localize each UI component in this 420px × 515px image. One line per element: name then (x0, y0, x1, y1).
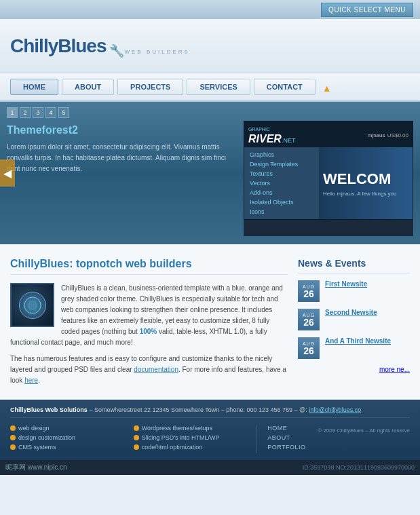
footer-dot-2 (10, 435, 16, 440)
news-item-2: AUG 26 Second Newsite (298, 309, 410, 330)
footer-address: Somewherestreet 22 12345 Somewhere Town (94, 406, 219, 413)
slider-prev-button[interactable]: ◀ (0, 159, 15, 187)
watermark-site: 昵享网 www.nipic.cn (5, 463, 67, 472)
news-date-3: AUG 26 (298, 337, 320, 359)
slider-content: Themeforest2 Lorem ipsum dolor sit amet,… (0, 121, 420, 236)
slider-tab-1[interactable]: 1 (7, 107, 18, 118)
here-link[interactable]: here (24, 377, 38, 384)
gr-menu-isolated[interactable]: Isolated Objects (244, 197, 319, 207)
slider-text-area: Themeforest2 Lorem ipsum dolor sit amet,… (7, 121, 233, 236)
gr-welcome-area: WELCOM Hello mjnaus. A few things you (319, 147, 413, 219)
slider-tab-3[interactable]: 3 (33, 107, 43, 118)
slider-body-text: Lorem ipsum dolor sit amet, consectetur … (7, 142, 233, 174)
news-link-1[interactable]: First Newsite (325, 280, 367, 288)
footer-dot-3 (10, 444, 16, 450)
slider-title: Themeforest2 (7, 124, 233, 136)
footer-col-2: Wordpress themes/setups Slicing PSD's in… (134, 425, 250, 453)
news-link-2[interactable]: Second Newsite (325, 309, 377, 316)
slider-tab-2[interactable]: 2 (20, 107, 31, 118)
quick-select-button[interactable]: QUICK SELECT MENU (321, 3, 413, 17)
nav-services[interactable]: SERVICES (187, 79, 250, 95)
about-image (10, 283, 54, 327)
gr-username: mjnaus (368, 132, 385, 138)
gr-net-text: .NET (282, 137, 296, 144)
nav-arrow-icon: ▲ (322, 83, 332, 94)
footer-dot-4 (134, 425, 139, 431)
footer-columns: web design design customization CMS syst… (10, 425, 410, 453)
news-section: News & Events AUG 26 First Newsite AUG 2… (298, 258, 410, 386)
gr-balance: US$0.00 (387, 132, 408, 138)
header: ChillyBlues 🔧 WEB BUILDERS (0, 19, 420, 73)
gr-hello-text: Hello mjnaus. A few things you (323, 191, 408, 197)
news-item-3: AUG 26 And A Third Newsite (298, 337, 410, 359)
gr-menu: Graphics Design Templates Textures Vecto… (244, 147, 319, 219)
gr-logo: GRAPHIC RIVER.NET (248, 123, 295, 145)
slider-section: 1 2 3 4 5 ◀ Themeforest2 Lorem ipsum dol… (0, 102, 420, 244)
footer-dot-1 (10, 425, 16, 431)
news-date-1: AUG 26 (298, 280, 320, 302)
logo: ChillyBlues 🔧 WEB BUILDERS (10, 35, 190, 57)
nav-about[interactable]: ABOUT (62, 79, 114, 95)
footer-item-1: web design (10, 425, 127, 432)
footer-company: ChillyBlues Web Solutions (10, 406, 88, 413)
nav-bar: HOME ABOUT PROJECTS SERVICES CONTACT ▲ (0, 73, 420, 102)
doc-link[interactable]: documentation (134, 366, 178, 373)
news-more: more ne... (298, 366, 410, 373)
watermark-bar: 昵享网 www.nipic.cn ID:3597098 NO:201311190… (0, 460, 420, 475)
footer-item-4: Wordpress themes/setups (134, 425, 250, 432)
news-link-3[interactable]: And A Third Newsite (325, 337, 391, 345)
footer-nav-portfolio[interactable]: PORTFOLIO (267, 444, 311, 451)
footer-item-6: code/html optimization (134, 444, 250, 451)
gr-menu-graphics[interactable]: Graphics (244, 150, 319, 159)
gr-welcome-text: WELCOM (323, 170, 408, 188)
nav-home[interactable]: HOME (10, 79, 58, 95)
slider-tab-5[interactable]: 5 (58, 107, 69, 118)
network-icon (22, 295, 43, 316)
about-body: ChillyBlues is a clean, business-oriente… (10, 283, 288, 348)
footer-col-1: web design design customization CMS syst… (10, 425, 127, 453)
nav-contact[interactable]: CONTACT (254, 79, 316, 95)
about-section: ChillyBlues: topnotch web builders Chill… (10, 258, 288, 386)
news-date-2: AUG 26 (298, 309, 320, 330)
footer-copyright: © 2009 ChillyBlues – All rights reserve (318, 427, 410, 434)
footer-nav: HOME ABOUT PORTFOLIO (256, 425, 311, 453)
footer-nav-about[interactable]: ABOUT (267, 434, 311, 441)
watermark-id: ID:3597098 NO:20131119083609970000 (303, 464, 415, 471)
main-content: ChillyBlues: topnotch web builders Chill… (0, 244, 420, 400)
gr-river-text: RIVER (248, 133, 282, 145)
logo-text: ChillyBlues (10, 35, 106, 57)
nav-projects[interactable]: PROJECTS (117, 79, 183, 95)
about-title: ChillyBlues: topnotch web builders (10, 258, 288, 275)
footer-phone: 000 123 456 789 (246, 406, 292, 413)
slider-tabs: 1 2 3 4 5 (0, 102, 420, 121)
footer-item-2: design customization (10, 434, 127, 441)
logo-sub: WEB BUILDERS (124, 49, 189, 55)
footer-nav-home[interactable]: HOME (267, 425, 311, 432)
slider-image-area: GRAPHIC RIVER.NET mjnaus US$0.00 Graphic… (244, 121, 413, 236)
news-more-link[interactable]: more ne... (379, 366, 410, 373)
footer: ChillyBlues Web Solutions – Somewherestr… (0, 400, 420, 460)
graphicriver-panel: GRAPHIC RIVER.NET mjnaus US$0.00 Graphic… (244, 121, 413, 220)
gr-menu-textures[interactable]: Textures (244, 169, 319, 178)
about-summary: The has numerous features and is easy to… (10, 354, 288, 386)
gr-menu-vectors[interactable]: Vectors (244, 178, 319, 188)
news-item-1: AUG 26 First Newsite (298, 280, 410, 302)
footer-item-3: CMS systems (10, 444, 127, 451)
footer-item-5: Slicing PSD's into HTML/WP (134, 434, 250, 441)
footer-dot-6 (134, 444, 139, 450)
gr-menu-addons[interactable]: Add-ons (244, 188, 319, 197)
footer-email[interactable]: info@chillyblues.co (309, 406, 361, 413)
footer-info: ChillyBlues Web Solutions – Somewherestr… (10, 406, 410, 418)
about-image-inner (19, 292, 46, 319)
gr-user-info: mjnaus US$0.00 (368, 130, 408, 139)
top-bar: QUICK SELECT MENU (0, 0, 420, 19)
footer-right: © 2009 ChillyBlues – All rights reserve (318, 425, 410, 453)
gr-menu-icons[interactable]: Icons (244, 207, 319, 216)
gr-menu-design[interactable]: Design Templates (244, 159, 319, 169)
footer-dot-5 (134, 435, 139, 440)
slider-tab-4[interactable]: 4 (45, 107, 56, 118)
gr-header: GRAPHIC RIVER.NET mjnaus US$0.00 (244, 121, 413, 147)
news-title: News & Events (298, 258, 410, 273)
logo-icon: 🔧 (109, 43, 123, 57)
gr-body: Graphics Design Templates Textures Vecto… (244, 147, 413, 219)
